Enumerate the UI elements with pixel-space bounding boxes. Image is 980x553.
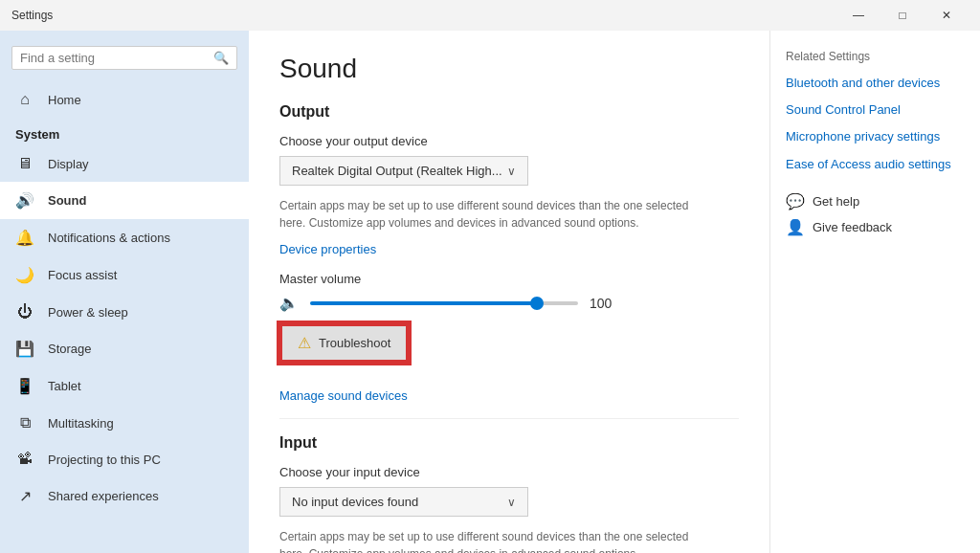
input-device-dropdown[interactable]: No input devices found ∨ [279,487,528,517]
volume-row: 🔈 100 [279,294,739,312]
sidebar-item-display[interactable]: 🖥 Display [0,145,249,182]
shared-icon: ↗ [15,487,34,505]
sidebar-item-label: Tablet [48,379,81,393]
main-content: Sound Output Choose your output device R… [249,31,769,553]
output-section-title: Output [279,103,739,121]
divider [279,418,739,419]
help-icon: 💬 [786,192,805,210]
search-box[interactable]: 🔍 [11,46,237,70]
output-device-dropdown[interactable]: Realtek Digital Output (Realtek High... … [279,156,528,186]
sidebar-item-focus[interactable]: 🌙 Focus assist [0,256,249,294]
master-volume-label: Master volume [279,272,739,286]
search-input[interactable] [20,51,210,65]
give-feedback-item[interactable]: 👤 Give feedback [786,218,965,236]
sidebar-item-label: Notifications & actions [48,231,170,245]
storage-icon: 💾 [15,340,34,358]
sidebar-item-tablet[interactable]: 📱 Tablet [0,367,249,405]
get-help-label: Get help [813,194,859,209]
volume-thumb [530,297,544,310]
focus-icon: 🌙 [15,266,34,284]
sidebar: 🔍 ⌂ Home System 🖥 Display 🔊 Sound 🔔 Noti… [0,31,249,553]
page-title: Sound [279,54,739,84]
home-icon: ⌂ [15,91,34,108]
right-panel: Related Settings Bluetooth and other dev… [769,31,980,553]
sidebar-item-label: Power & sleep [48,305,128,320]
feedback-icon: 👤 [786,218,805,236]
related-link-ease-of-access[interactable]: Ease of Access audio settings [786,156,965,173]
manage-sound-link[interactable]: Manage sound devices [279,388,408,403]
input-device-value: No input devices found [292,495,418,509]
sidebar-item-label: Multitasking [48,416,114,431]
related-link-bluetooth[interactable]: Bluetooth and other devices [786,75,965,92]
output-info-text: Certain apps may be set up to use differ… [279,197,691,232]
tablet-icon: 📱 [15,377,34,395]
sidebar-item-home[interactable]: ⌂ Home [0,81,249,118]
volume-section: Master volume 🔈 100 [279,272,739,312]
close-button[interactable]: ✕ [924,0,969,31]
sidebar-item-label: Display [48,157,89,171]
sidebar-item-notifications[interactable]: 🔔 Notifications & actions [0,219,249,256]
sidebar-item-label: Sound [48,193,86,208]
volume-value: 100 [590,296,618,311]
device-properties-link[interactable]: Device properties [279,242,376,256]
app-body: 🔍 ⌂ Home System 🖥 Display 🔊 Sound 🔔 Noti… [0,31,980,553]
minimize-button[interactable]: — [836,0,880,31]
sidebar-item-sound[interactable]: 🔊 Sound [0,182,249,219]
sidebar-item-shared[interactable]: ↗ Shared experiences [0,477,249,515]
maximize-button[interactable]: □ [880,0,924,31]
display-icon: 🖥 [15,155,34,172]
sidebar-item-label: Projecting to this PC [48,453,161,467]
app-title: Settings [11,9,53,22]
power-icon: ⏻ [15,303,34,321]
notifications-icon: 🔔 [15,229,34,247]
help-section: 💬 Get help 👤 Give feedback [786,192,965,236]
input-device-label: Choose your input device [279,465,739,479]
get-help-item[interactable]: 💬 Get help [786,192,965,210]
multitasking-icon: ⧉ [15,414,34,431]
related-link-microphone[interactable]: Microphone privacy settings [786,128,965,145]
sidebar-item-label: Shared experiences [48,489,159,503]
sidebar-item-label: Home [48,93,81,107]
give-feedback-label: Give feedback [813,220,892,234]
related-settings-title: Related Settings [786,50,965,63]
volume-icon: 🔈 [279,294,299,312]
search-icon: 🔍 [213,51,229,65]
sound-icon: 🔊 [15,191,34,210]
volume-slider[interactable] [310,301,578,305]
sidebar-item-projecting[interactable]: 📽 Projecting to this PC [0,441,249,477]
dropdown-arrow-icon: ∨ [507,496,516,509]
sidebar-item-multitasking[interactable]: ⧉ Multitasking [0,405,249,441]
warning-icon: ⚠ [298,334,311,352]
titlebar: Settings — □ ✕ [0,0,980,31]
sidebar-item-storage[interactable]: 💾 Storage [0,330,249,367]
sidebar-item-label: Storage [48,342,92,356]
sidebar-item-power[interactable]: ⏻ Power & sleep [0,294,249,330]
dropdown-arrow-icon: ∨ [507,165,516,178]
input-info-text: Certain apps may be set up to use differ… [279,528,691,553]
sidebar-section-header: System [0,118,249,145]
volume-slider-container[interactable] [310,301,578,305]
projecting-icon: 📽 [15,451,34,468]
output-device-label: Choose your output device [279,134,739,148]
output-device-value: Realtek Digital Output (Realtek High... [292,164,502,178]
troubleshoot-button[interactable]: ⚠ Troubleshoot [279,323,409,363]
sidebar-item-label: Focus assist [48,268,117,282]
troubleshoot-label: Troubleshoot [319,336,390,350]
input-section-title: Input [279,434,739,452]
window-controls: — □ ✕ [836,0,969,31]
related-link-sound-control[interactable]: Sound Control Panel [786,101,965,119]
